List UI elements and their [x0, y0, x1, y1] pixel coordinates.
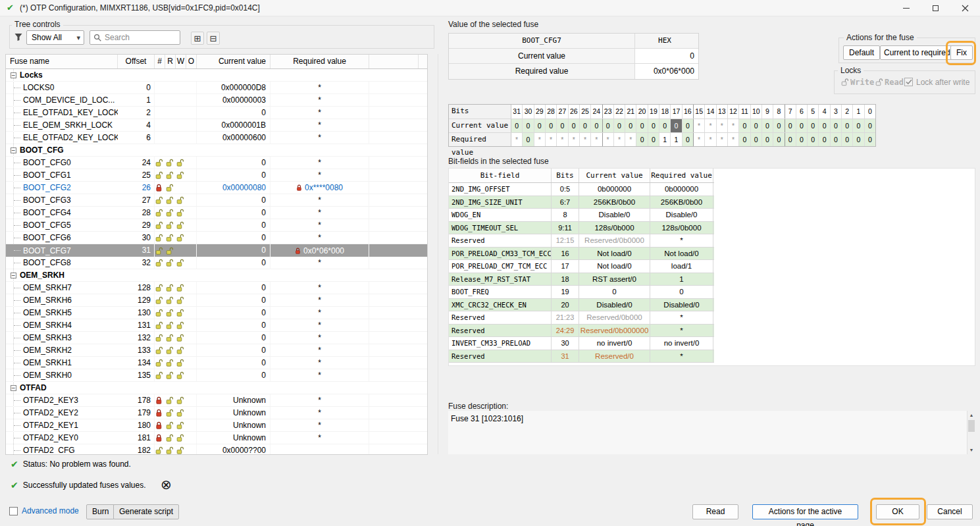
bit-current-cell[interactable]: 0: [523, 119, 534, 132]
col-operation-lock[interactable]: O: [186, 55, 197, 68]
bitfield-row[interactable]: WDOG_EN8Disable/0Disable/0: [449, 209, 714, 222]
bit-required-cell[interactable]: 0: [636, 133, 648, 146]
search-box[interactable]: [90, 30, 180, 45]
bitfield-row[interactable]: Reserved12:15Reserved/0b0000*: [449, 234, 714, 248]
current-to-required-button[interactable]: Current to required: [880, 45, 954, 60]
bit-required-cell[interactable]: *: [705, 133, 716, 146]
bitfield-row[interactable]: BOOT_FREQ1900: [449, 286, 714, 299]
bit-required-cell[interactable]: 0: [523, 133, 534, 146]
fuse-row[interactable]: OTFAD2_KEY0181Unknown*: [6, 432, 427, 444]
fuse-row[interactable]: OTFAD2_KEY1180Unknown*: [6, 419, 427, 432]
bitfield-row[interactable]: WDOG_TIMEOUT_SEL9:11128s/0b000128s/0b000: [449, 222, 714, 235]
bitfield-row[interactable]: POR_PRELOAD_CM7_TCM_ECC17Not load/0load/…: [449, 260, 714, 273]
bit-required-cell[interactable]: *: [511, 133, 523, 146]
bitfield-row[interactable]: POR_PRELOAD_CM33_TCM_ECC16Not load/0Not …: [449, 248, 714, 261]
fuse-row[interactable]: BOOT_CFG1250*: [6, 169, 427, 182]
bitfield-required-value[interactable]: 1: [650, 273, 713, 286]
bit-current-cell[interactable]: 0: [534, 119, 546, 132]
fuse-row[interactable]: BOOT_CFG0240*: [6, 157, 427, 169]
bitfield-row[interactable]: Reserved24:29Reserved/0b000000*: [449, 325, 714, 338]
bit-required-cell[interactable]: *: [557, 133, 568, 146]
bit-required-cell[interactable]: 0: [842, 133, 853, 146]
bit-required-cell[interactable]: 0: [808, 133, 819, 146]
fuse-row[interactable]: OEM_SRKH41310*: [6, 319, 427, 332]
col-current-value[interactable]: Current value: [197, 55, 271, 68]
bit-required-cell[interactable]: 0: [751, 133, 762, 146]
bitfield-row[interactable]: Reserved21:23Reserved/0b000*: [449, 311, 714, 325]
bit-required-cell[interactable]: 0: [762, 133, 773, 146]
fix-button[interactable]: Fix: [950, 45, 973, 60]
col-bitfield[interactable]: Bit-field: [449, 169, 552, 182]
fuse-group-row[interactable]: −Locks: [6, 69, 427, 82]
fuse-row[interactable]: BOOT_CFG4280*: [6, 207, 427, 219]
bitfield-required-value[interactable]: *: [650, 311, 713, 324]
bit-current-cell[interactable]: 0: [796, 119, 808, 132]
bit-current-cell[interactable]: 0: [546, 119, 557, 132]
dismiss-notification-icon[interactable]: ⊗: [161, 477, 172, 492]
tree-collapse-icon[interactable]: −: [11, 385, 16, 391]
fuse-row[interactable]: ELE_OTFAD2_KEY_LOCK60x00000600*: [6, 132, 427, 144]
bit-required-cell[interactable]: *: [580, 133, 591, 146]
bit-required-cell[interactable]: 0: [796, 133, 808, 146]
current-value-field[interactable]: 0: [635, 49, 698, 63]
fuse-group-row[interactable]: −OEM_SRKH: [6, 269, 427, 282]
bit-required-cell[interactable]: *: [694, 133, 705, 146]
col-required-value[interactable]: Required value: [271, 55, 369, 68]
col-bits[interactable]: Bits: [552, 169, 579, 182]
bit-current-cell[interactable]: 0: [636, 119, 648, 132]
col-write-lock[interactable]: W: [176, 55, 186, 68]
bit-current-cell[interactable]: 0: [683, 119, 694, 132]
bit-required-cell[interactable]: *: [614, 133, 625, 146]
fuse-row[interactable]: OTFAD2_KEY3178Unknown*: [6, 394, 427, 407]
bit-current-cell[interactable]: *: [694, 119, 705, 132]
fuse-row[interactable]: OTFAD2_CFG1820x0000??00: [6, 444, 427, 455]
bit-current-cell[interactable]: 0: [785, 119, 796, 132]
bitfield-row[interactable]: Release_M7_RST_STAT18RST assert/01: [449, 273, 714, 286]
bit-current-cell[interactable]: 0: [614, 119, 625, 132]
burn-button[interactable]: Burn: [86, 504, 115, 519]
bitfield-required-value[interactable]: *: [650, 350, 713, 363]
bitfield-required-value[interactable]: 128s/0b000: [650, 222, 713, 234]
bit-required-cell[interactable]: 0: [831, 133, 842, 146]
bit-current-cell[interactable]: 0: [671, 119, 682, 132]
bit-current-cell[interactable]: 0: [591, 119, 602, 132]
bitfield-required-value[interactable]: Disable/0: [650, 209, 713, 221]
bitfield-required-value[interactable]: *: [650, 234, 713, 247]
bitfield-required-value[interactable]: no invert/0: [650, 337, 713, 350]
bit-required-cell[interactable]: *: [569, 133, 580, 146]
search-input[interactable]: [105, 33, 170, 42]
bit-current-cell[interactable]: 0: [762, 119, 773, 132]
tree-collapse-icon[interactable]: −: [11, 147, 16, 153]
bit-required-cell[interactable]: 0: [739, 133, 750, 146]
fuse-row[interactable]: BOOT_CFG8320*: [6, 257, 427, 269]
bit-required-cell[interactable]: *: [591, 133, 602, 146]
bit-required-cell[interactable]: *: [546, 133, 557, 146]
fuse-row[interactable]: BOOT_CFG2260x000000800x****0080: [6, 182, 427, 194]
bit-current-cell[interactable]: *: [717, 119, 728, 132]
bit-current-cell[interactable]: 0: [865, 119, 875, 132]
scroll-up-icon[interactable]: ▲: [967, 413, 975, 417]
bit-current-cell[interactable]: 0: [648, 119, 659, 132]
bit-current-cell[interactable]: 0: [659, 119, 671, 132]
bit-current-cell[interactable]: 0: [751, 119, 762, 132]
bit-required-cell[interactable]: *: [717, 133, 728, 146]
fuse-group-row[interactable]: −BOOT_CFG: [6, 144, 427, 157]
col-bitfield-required[interactable]: Required value: [650, 169, 713, 182]
read-button[interactable]: Read: [692, 504, 738, 519]
fuse-row[interactable]: BOOT_CFG6300*: [6, 232, 427, 244]
bit-required-cell[interactable]: *: [603, 133, 614, 146]
bit-required-cell[interactable]: 1: [671, 133, 682, 146]
bitfield-row[interactable]: 2ND_IMG_OFFSET0:50b0000000b000000: [449, 183, 714, 196]
col-offset[interactable]: Offset: [118, 55, 155, 68]
bit-required-cell[interactable]: 0: [773, 133, 785, 146]
bitfield-required-value[interactable]: load/1: [650, 260, 713, 273]
fuse-row[interactable]: OEM_SRKH01350*: [6, 369, 427, 382]
bit-current-cell[interactable]: 0: [625, 119, 636, 132]
description-scrollbar[interactable]: ▲ ▼: [967, 411, 975, 454]
bit-current-cell[interactable]: 0: [603, 119, 614, 132]
fuse-row[interactable]: ELE_OTFAD1_KEY_LOCK20*: [6, 107, 427, 119]
write-lock-open-icon[interactable]: [841, 78, 849, 88]
bit-current-cell[interactable]: 0: [580, 119, 591, 132]
fuse-row[interactable]: BOOT_CFG5290*: [6, 219, 427, 232]
bit-required-cell[interactable]: 0: [865, 133, 875, 146]
